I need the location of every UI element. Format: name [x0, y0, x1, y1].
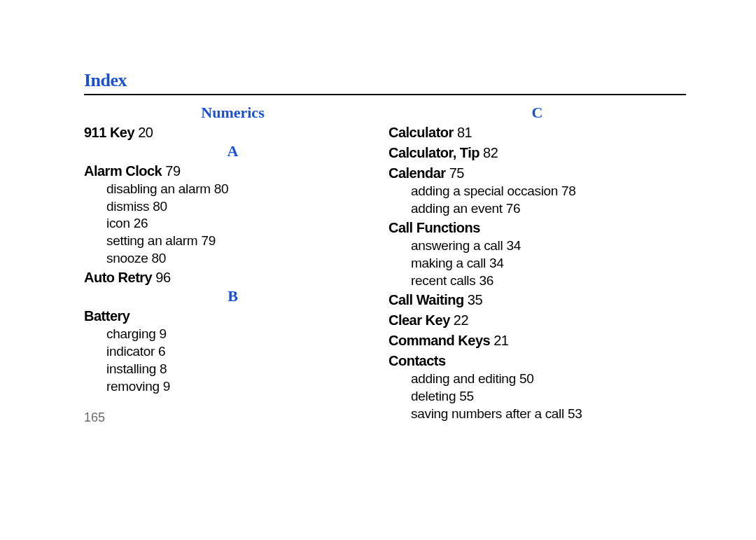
sub-entry: setting an alarm 79 — [106, 233, 382, 250]
sub-entry: snooze 80 — [106, 250, 382, 268]
sub-entry: adding a special occasion 78 — [411, 183, 686, 200]
sub-page: 8 — [160, 361, 167, 376]
sub-page: 80 — [151, 251, 166, 265]
section-c: C — [388, 104, 686, 122]
entry-clear-key: Clear Key 22 — [388, 311, 686, 330]
entry-label: Alarm Clock — [84, 163, 162, 179]
sub-entry: charging 9 — [106, 326, 382, 343]
entry-label: Auto Retry — [84, 270, 152, 285]
entry-page: 20 — [138, 125, 153, 140]
sub-page: 6 — [158, 344, 165, 359]
sub-page: 78 — [561, 184, 576, 198]
entry-page: 82 — [483, 145, 498, 160]
sub-entry: disabling an alarm 80 — [106, 181, 382, 198]
section-numerics: Numerics — [84, 104, 382, 122]
sub-entry: removing 9 — [106, 378, 382, 396]
sub-label: adding a special occasion — [411, 184, 558, 198]
sub-label: answering a call — [411, 238, 503, 253]
sub-page: 80 — [214, 181, 229, 196]
sub-entry: recent calls 36 — [411, 272, 686, 290]
entry-page: 75 — [449, 165, 464, 181]
right-column: C Calculator 81 Calculator, Tip 82 Calen… — [388, 104, 686, 425]
section-a: A — [84, 142, 382, 160]
sub-entry: adding an event 76 — [411, 200, 686, 218]
index-columns: Numerics 911 Key 20 A Alarm Clock 79 dis… — [84, 104, 686, 425]
sub-page: 9 — [159, 326, 166, 341]
entry-command-keys: Command Keys 21 — [388, 331, 686, 350]
index-page: Index Numerics 911 Key 20 A Alarm Clock … — [0, 0, 756, 425]
sub-label: saving numbers after a call — [411, 406, 564, 421]
sub-page: 34 — [489, 256, 504, 270]
sub-label: deleting — [411, 389, 456, 403]
sub-entry: deleting 55 — [411, 388, 686, 406]
sub-page: 76 — [506, 201, 521, 216]
entry-label: Calculator — [388, 125, 454, 140]
entry-call-functions: Call Functions — [388, 219, 686, 237]
sub-label: indicator — [106, 344, 155, 359]
entry-911-key: 911 Key 20 — [84, 123, 382, 142]
sub-label: making a call — [411, 256, 486, 270]
entry-label: Contacts — [388, 353, 446, 368]
sub-label: icon — [106, 216, 130, 230]
entry-label: 911 Key — [84, 125, 134, 140]
sub-label: disabling an alarm — [106, 181, 211, 196]
entry-page: 21 — [493, 333, 508, 348]
page-title: Index — [84, 70, 686, 91]
sub-page: 9 — [163, 379, 170, 394]
entry-page: 96 — [155, 270, 170, 285]
page-number: 165 — [84, 410, 382, 425]
entry-calculator-tip: Calculator, Tip 82 — [388, 144, 686, 162]
section-b: B — [84, 287, 382, 305]
entry-label: Calculator, Tip — [388, 145, 479, 160]
entry-calculator: Calculator 81 — [388, 123, 686, 142]
entry-alarm-clock: Alarm Clock 79 — [84, 162, 382, 181]
left-column: Numerics 911 Key 20 A Alarm Clock 79 dis… — [84, 104, 382, 425]
entry-page: 22 — [454, 312, 468, 328]
entry-calendar: Calendar 75 — [388, 164, 686, 183]
sub-entry: dismiss 80 — [106, 198, 382, 216]
sub-page: 50 — [519, 371, 534, 386]
sub-page: 36 — [479, 273, 493, 288]
sub-label: setting an alarm — [106, 233, 197, 248]
entry-label: Call Waiting — [388, 292, 464, 307]
sub-label: recent calls — [411, 273, 476, 288]
sub-entry: indicator 6 — [106, 343, 382, 361]
entry-battery: Battery — [84, 307, 382, 326]
entry-label: Battery — [84, 308, 130, 324]
sub-entry: saving numbers after a call 53 — [411, 406, 686, 423]
entry-page: 35 — [468, 292, 482, 307]
sub-label: adding an event — [411, 201, 503, 216]
sub-entry: installing 8 — [106, 361, 382, 378]
sub-entry: adding and editing 50 — [411, 371, 686, 388]
sub-label: removing — [106, 379, 160, 394]
title-rule — [84, 94, 686, 95]
sub-entry: making a call 34 — [411, 255, 686, 272]
entry-label: Call Functions — [388, 220, 480, 235]
sub-label: installing — [106, 361, 156, 376]
entry-auto-retry: Auto Retry 96 — [84, 268, 382, 287]
sub-label: dismiss — [106, 199, 149, 214]
entry-page: 79 — [165, 163, 180, 179]
entry-label: Clear Key — [388, 312, 450, 328]
sub-page: 80 — [153, 199, 167, 214]
entry-page: 81 — [457, 125, 472, 140]
entry-label: Calendar — [388, 165, 446, 181]
sub-page: 55 — [459, 389, 474, 403]
sub-label: snooze — [106, 251, 148, 265]
entry-label: Command Keys — [388, 333, 490, 348]
entry-contacts: Contacts — [388, 352, 686, 371]
sub-page: 34 — [506, 238, 521, 253]
sub-label: adding and editing — [411, 371, 516, 386]
entry-call-waiting: Call Waiting 35 — [388, 291, 686, 310]
sub-page: 79 — [201, 233, 216, 248]
sub-entry: icon 26 — [106, 215, 382, 233]
sub-page: 53 — [568, 406, 582, 421]
sub-entry: answering a call 34 — [411, 237, 686, 255]
sub-page: 26 — [134, 216, 148, 230]
sub-label: charging — [106, 326, 155, 341]
